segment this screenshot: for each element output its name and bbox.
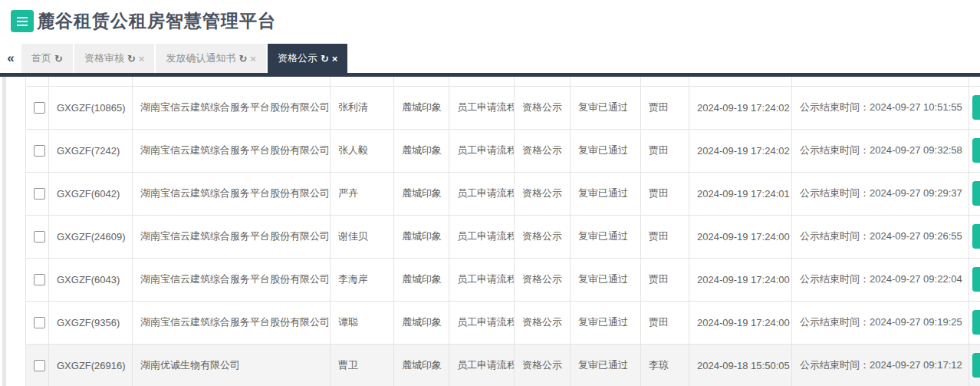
cell-status: 资格公示 — [515, 215, 571, 258]
table-row: GXGZF(9356) 湖南宝信云建筑综合服务平台股份有限公司 谭聪 麓城印象 … — [26, 301, 980, 344]
cell-flow-type: 员工申请流程 — [449, 129, 515, 172]
cell-project-name: 麓城印象 — [394, 301, 449, 344]
checkbox-cell — [26, 172, 49, 215]
row-action-button[interactable] — [972, 224, 980, 249]
row-checkbox[interactable] — [34, 360, 45, 371]
left-scroll-strip[interactable] — [2, 77, 6, 386]
row-checkbox[interactable] — [34, 274, 45, 285]
tab-collapse-button[interactable]: « — [0, 44, 21, 73]
cell-review-result: 复审已通过 — [571, 215, 641, 258]
cell-project-name: 麓城印象 — [394, 215, 449, 258]
cell-applicant-name: 曹卫 — [331, 344, 394, 386]
hamburger-menu-button[interactable] — [11, 10, 34, 32]
row-checkbox[interactable] — [34, 188, 45, 200]
cell-publicity-end-time: 公示结束时间：2024-09-27 09:22:04 — [792, 258, 969, 301]
cell-flow-type: 员工申请流程 — [449, 258, 515, 301]
row-action-button[interactable] — [972, 95, 980, 120]
cell-applicant-name: 谢佳贝 — [331, 215, 394, 258]
tab-label: 发放确认通知书 — [166, 51, 235, 65]
refresh-icon[interactable]: ↻ — [238, 53, 247, 64]
cell-status: 资格公示 — [515, 258, 571, 301]
row-action-button[interactable] — [972, 138, 980, 163]
cell-application-id: GXGZF(6043) — [49, 258, 133, 301]
cell-apply-time: 2024-09-19 17:24:00 — [689, 258, 792, 301]
tab-1[interactable]: 资格审核 ↻ × — [74, 44, 155, 73]
cell-publicity-end-time: 公示结束时间：2024-09-27 10:51:55 — [792, 86, 969, 129]
checkbox-cell — [26, 344, 49, 386]
partial-row — [26, 77, 980, 86]
cell-project-name: 麓城印象 — [394, 172, 449, 215]
cell-company-name: 湖南宝信云建筑综合服务平台股份有限公司 — [133, 86, 331, 129]
tab-0[interactable]: 首页 ↻ — [21, 44, 73, 73]
cell-review-result: 复审已通过 — [571, 258, 641, 301]
qualification-table: GXGZF(10865) 湖南宝信云建筑综合服务平台股份有限公司 张利清 麓城印… — [25, 77, 980, 386]
cell-flow-type: 员工申请流程 — [449, 215, 515, 258]
action-cell — [969, 172, 980, 215]
cell-application-id: GXGZF(10865) — [49, 86, 133, 129]
cell-project-name: 麓城印象 — [394, 129, 449, 172]
action-cell — [969, 258, 980, 301]
row-checkbox[interactable] — [34, 317, 45, 328]
close-icon[interactable]: × — [332, 53, 338, 64]
cell-application-id: GXGZF(7242) — [49, 129, 133, 172]
cell-project-name: 麓城印象 — [394, 344, 449, 386]
action-cell — [969, 215, 980, 258]
cell-review-result: 复审已通过 — [571, 129, 641, 172]
cell-company-name: 湖南宝信云建筑综合服务平台股份有限公司 — [133, 301, 331, 344]
cell-publicity-end-time: 公示结束时间：2024-09-27 09:19:25 — [792, 301, 969, 344]
app-window: 麓谷租赁公租房智慧管理平台 « 首页 ↻ 资格审核 ↻ × 发放确认通知书 ↻ … — [0, 0, 980, 386]
cell-company-name: 湖南宝信云建筑综合服务平台股份有限公司 — [133, 172, 331, 215]
cell-status: 资格公示 — [515, 129, 571, 172]
tab-label: 资格公示 — [278, 51, 317, 65]
cell-apply-time: 2024-09-19 17:24:01 — [689, 172, 792, 215]
checkbox-cell — [26, 258, 49, 301]
cell-applicant-name: 李海岸 — [331, 258, 394, 301]
cell-review-result: 复审已通过 — [571, 344, 641, 386]
cell-application-id: GXGZF(6042) — [49, 172, 133, 215]
cell-project-name: 麓城印象 — [394, 86, 449, 129]
tab-label: 资格审核 — [84, 51, 124, 65]
cell-publicity-end-time: 公示结束时间：2024-09-27 09:17:12 — [792, 344, 969, 386]
row-action-button[interactable] — [972, 181, 980, 206]
close-icon[interactable]: × — [139, 53, 145, 64]
action-cell — [969, 344, 980, 386]
cell-applicant-name: 谭聪 — [331, 301, 394, 344]
cell-company-name: 湖南宝信云建筑综合服务平台股份有限公司 — [133, 258, 331, 301]
refresh-icon[interactable]: ↻ — [54, 53, 63, 64]
refresh-icon[interactable]: ↻ — [127, 53, 136, 64]
cell-operator: 贾田 — [641, 258, 689, 301]
row-action-button[interactable] — [972, 267, 980, 292]
close-icon[interactable]: × — [250, 53, 256, 64]
cell-review-result: 复审已通过 — [571, 301, 641, 344]
table-row: GXGZF(26916) 湖南优诚生物有限公司 曹卫 麓城印象 员工申请流程 资… — [26, 344, 980, 386]
hamburger-icon — [17, 21, 28, 22]
cell-publicity-end-time: 公示结束时间：2024-09-27 09:26:55 — [792, 215, 969, 258]
row-action-button[interactable] — [972, 310, 980, 335]
cell-operator: 贾田 — [641, 215, 689, 258]
cell-operator: 贾田 — [641, 172, 689, 215]
cell-operator: 贾田 — [641, 86, 689, 129]
cell-flow-type: 员工申请流程 — [449, 172, 515, 215]
row-checkbox[interactable] — [34, 231, 45, 242]
row-checkbox[interactable] — [34, 102, 45, 114]
cell-operator: 李琼 — [641, 344, 689, 386]
cell-status: 资格公示 — [515, 301, 571, 344]
refresh-icon[interactable]: ↻ — [321, 53, 329, 64]
page-title: 麓谷租赁公租房智慧管理平台 — [37, 9, 276, 33]
cell-flow-type: 员工申请流程 — [449, 301, 515, 344]
cell-review-result: 复审已通过 — [571, 86, 641, 129]
cell-application-id: GXGZF(24609) — [49, 215, 133, 258]
checkbox-cell — [26, 129, 49, 172]
cell-applicant-name: 严卉 — [331, 172, 394, 215]
cell-status: 资格公示 — [515, 344, 571, 386]
cell-apply-time: 2024-09-19 17:24:02 — [689, 86, 792, 129]
checkbox-cell — [26, 86, 49, 129]
cell-flow-type: 员工申请流程 — [449, 86, 515, 129]
row-action-button[interactable] — [972, 353, 980, 378]
cell-apply-time: 2024-09-19 17:24:00 — [689, 301, 792, 344]
tab-2[interactable]: 发放确认通知书 ↻ × — [156, 44, 266, 73]
cell-operator: 贾田 — [641, 301, 689, 344]
tab-3[interactable]: 资格公示 ↻ × — [268, 44, 348, 73]
cell-status: 资格公示 — [515, 86, 571, 129]
row-checkbox[interactable] — [34, 145, 45, 157]
